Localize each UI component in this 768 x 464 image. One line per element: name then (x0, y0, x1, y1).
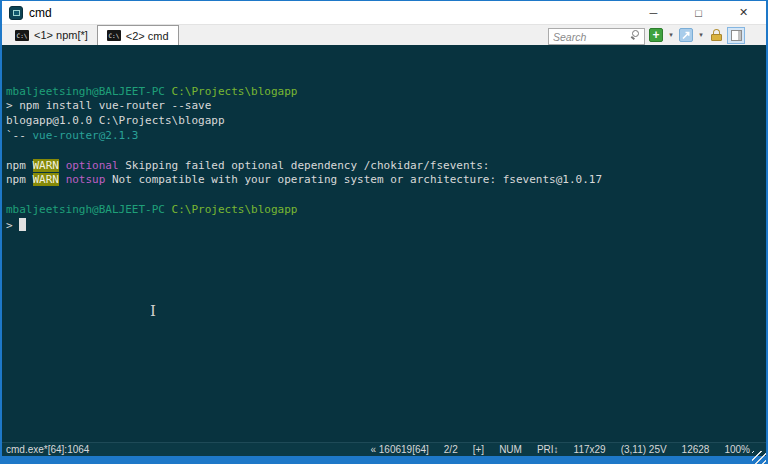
restart-dropdown-icon[interactable]: ▾ (697, 31, 705, 39)
terminal-line: blogapp@1.0.0 C:\Projects\blogapp (6, 114, 766, 129)
conemu-app-icon (9, 6, 23, 20)
status-item: (3,11) 25V (621, 444, 667, 455)
terminal-cursor (19, 218, 26, 231)
close-button[interactable]: ✕ (721, 1, 766, 24)
menu-icon[interactable] (749, 28, 762, 42)
terminal-line (6, 144, 766, 159)
status-item: 100% (724, 444, 750, 455)
tab-npm[interactable]: C:\ <1> npm[*] (6, 25, 97, 45)
terminal-line: > npm install vue-router --save (6, 99, 766, 114)
status-item: « 160619[64] (370, 444, 428, 455)
search-box (548, 27, 645, 44)
minimize-button[interactable]: ─ (631, 1, 676, 24)
cmd-icon: C:\ (107, 30, 121, 41)
status-item: [+] (473, 444, 484, 455)
status-right-items: « 160619[64]2/2[+]NUMPRI↕117x29(3,11) 25… (355, 444, 750, 455)
title-bar[interactable]: cmd ─ □ ✕ (2, 1, 766, 24)
resize-grip-icon[interactable] (752, 451, 766, 464)
new-console-button[interactable]: + (649, 28, 663, 42)
maximize-button[interactable]: □ (676, 1, 721, 24)
terminal-line: `-- vue-router@2.1.3 (6, 129, 766, 144)
status-item: 2/2 (444, 444, 458, 455)
new-console-dropdown-icon[interactable]: ▾ (667, 31, 675, 39)
restart-console-button[interactable] (679, 28, 693, 42)
status-bar: cmd.exe*[64]:1064 « 160619[64]2/2[+]NUMP… (2, 442, 766, 456)
terminal-line: > (6, 218, 766, 234)
tab-cmd[interactable]: C:\ <2> cmd (97, 25, 179, 45)
terminal-output: mbaljeetsingh@BALJEET-PC C:\Projects\blo… (6, 85, 766, 234)
terminal-line: npm WARN optional Skipping failed option… (6, 159, 766, 174)
window-panes-button[interactable] (727, 27, 745, 44)
status-item: NUM (499, 444, 522, 455)
mouse-ibeam-cursor: I (150, 304, 156, 319)
status-item: 12628 (682, 444, 710, 455)
status-item: 117x29 (574, 444, 606, 455)
tab-label: <1> npm[*] (34, 29, 88, 41)
window-bottom-border (2, 456, 766, 464)
window-title: cmd (29, 6, 52, 20)
tab-bar: C:\ <1> npm[*] C:\ <2> cmd + ▾ ▾ (2, 24, 766, 45)
terminal-line: mbaljeetsingh@BALJEET-PC C:\Projects\blo… (6, 85, 766, 100)
terminal-line: mbaljeetsingh@BALJEET-PC C:\Projects\blo… (6, 203, 766, 218)
conemu-window: cmd ─ □ ✕ C:\ <1> npm[*] C:\ <2> cmd + ▾ (0, 0, 768, 464)
lock-icon[interactable] (709, 28, 723, 42)
terminal[interactable]: mbaljeetsingh@BALJEET-PC C:\Projects\blo… (2, 45, 766, 442)
tab-label: <2> cmd (126, 30, 169, 42)
status-item: PRI↕ (537, 444, 559, 455)
status-process: cmd.exe*[64]:1064 (6, 444, 89, 455)
terminal-line (6, 188, 766, 203)
cmd-icon: C:\ (15, 30, 29, 41)
search-icon[interactable] (631, 30, 642, 41)
terminal-line: npm WARN notsup Not compatible with your… (6, 173, 766, 188)
